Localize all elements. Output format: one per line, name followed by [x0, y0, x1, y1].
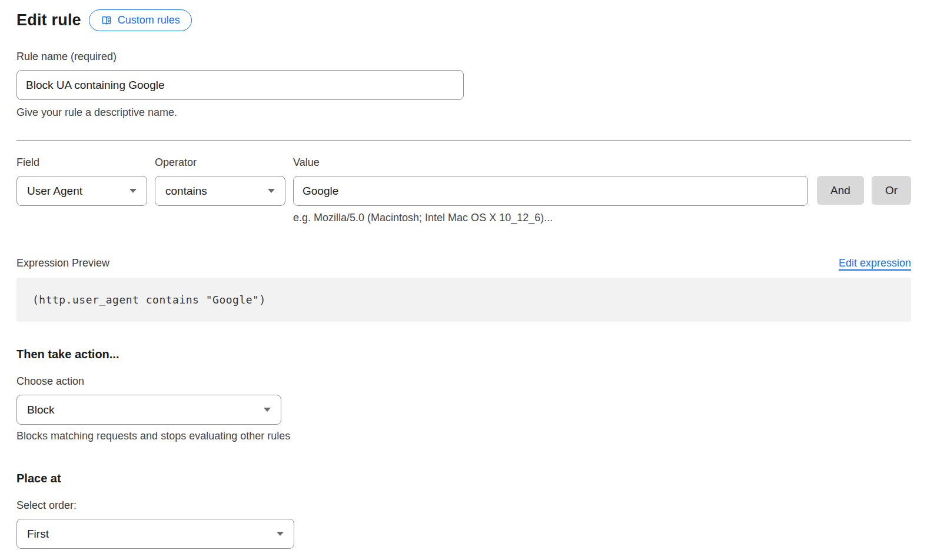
value-label: Value [293, 156, 808, 169]
condition-row: Field User Agent Operator contains Value… [16, 156, 911, 224]
rule-name-input[interactable] [16, 70, 464, 100]
action-select-value: Block [27, 404, 54, 416]
order-select-value: First [27, 528, 49, 541]
order-select[interactable]: First [16, 519, 294, 549]
expression-header: Expression Preview Edit expression [16, 257, 911, 269]
section-divider [16, 140, 911, 141]
field-select[interactable]: User Agent [16, 176, 147, 206]
action-select[interactable]: Block [16, 395, 281, 425]
choose-action-label: Choose action [16, 375, 911, 388]
edit-expression-link[interactable]: Edit expression [839, 257, 911, 269]
book-icon [101, 15, 112, 26]
custom-rules-label: Custom rules [118, 14, 180, 26]
expression-preview-box: (http.user_agent contains "Google") [16, 278, 911, 322]
operator-label: Operator [155, 156, 285, 169]
rule-name-label: Rule name (required) [16, 51, 911, 63]
operator-select-value: contains [165, 185, 207, 198]
value-help: e.g. Mozilla/5.0 (Macintosh; Intel Mac O… [293, 212, 808, 224]
operator-select[interactable]: contains [155, 176, 285, 206]
select-order-label: Select order: [16, 499, 911, 512]
action-heading: Then take action... [16, 348, 911, 361]
or-button[interactable]: Or [872, 176, 911, 205]
operator-column: Operator contains [155, 156, 285, 206]
place-at-heading: Place at [16, 472, 911, 485]
field-column: Field User Agent [16, 156, 147, 206]
expression-code: (http.user_agent contains "Google") [32, 294, 266, 306]
field-label: Field [16, 156, 147, 169]
action-section: Then take action... Choose action Block … [16, 348, 911, 442]
and-button[interactable]: And [817, 176, 864, 205]
custom-rules-badge[interactable]: Custom rules [89, 9, 192, 31]
value-input[interactable] [293, 176, 808, 206]
rule-name-section: Rule name (required) Give your rule a de… [16, 51, 911, 119]
chevron-down-icon [277, 532, 284, 536]
field-select-value: User Agent [27, 185, 82, 198]
page-title: Edit rule [16, 11, 81, 29]
action-help: Blocks matching requests and stops evalu… [16, 430, 911, 442]
expression-section: Expression Preview Edit expression (http… [16, 257, 911, 322]
expression-preview-label: Expression Preview [16, 257, 109, 269]
page-header: Edit rule Custom rules [16, 9, 911, 31]
chevron-down-icon [268, 189, 275, 193]
placement-section: Place at Select order: First [16, 472, 911, 549]
chevron-down-icon [264, 408, 271, 412]
value-column: Value e.g. Mozilla/5.0 (Macintosh; Intel… [293, 156, 808, 224]
edit-rule-page: Edit rule Custom rules Rule name (requir… [0, 0, 934, 560]
chevron-down-icon [129, 189, 137, 193]
rule-name-help: Give your rule a descriptive name. [16, 106, 911, 119]
